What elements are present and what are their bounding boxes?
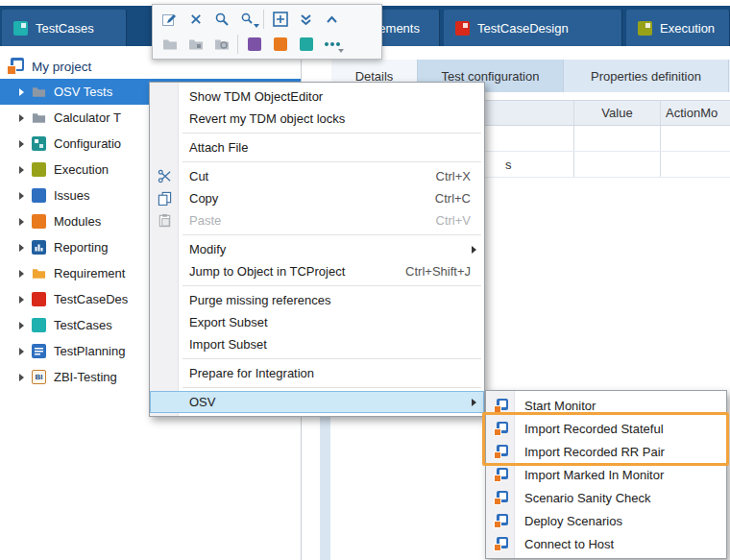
menu-item-show-tdm-objecteditor[interactable]: Show TDM ObjectEditor — [150, 85, 484, 108]
expander-icon[interactable] — [19, 374, 24, 381]
double-chevron-down-icon — [299, 12, 313, 27]
testcases-icon — [32, 318, 46, 332]
osv-logo-icon — [494, 537, 508, 551]
edit-button[interactable] — [157, 8, 182, 31]
folder-button[interactable] — [157, 33, 182, 56]
menu-separator — [182, 133, 481, 134]
testcasedesign-icon — [32, 292, 46, 306]
tab-label: TestCases — [36, 21, 94, 36]
osv-logo-icon — [494, 422, 508, 436]
menu-item-attach-file[interactable]: Attach File — [150, 136, 484, 158]
submenu-item-import-recorded-rr-pair[interactable]: Import Recorded RR Pair — [486, 440, 726, 463]
toolbar-row-1 — [157, 7, 377, 32]
shortcut-label: Ctrl+V — [436, 213, 471, 228]
expander-icon[interactable] — [19, 218, 24, 226]
more-options-button[interactable] — [319, 33, 345, 56]
submenu-item-deploy-scenarios[interactable]: Deploy Scenarios — [486, 509, 726, 532]
tree-item-label: Configuratio — [54, 136, 121, 151]
search-button[interactable] — [208, 8, 234, 31]
header-value-column[interactable]: Value — [573, 101, 661, 125]
chevron-down-icon — [338, 49, 344, 53]
toolbar-separator — [237, 35, 238, 54]
delete-button[interactable] — [182, 8, 208, 31]
tree-item-label: Modules — [54, 214, 101, 229]
shortcut-label: Ctrl+C — [435, 191, 471, 206]
paste-icon — [157, 212, 173, 229]
menu-item-osv[interactable]: OSV — [150, 391, 484, 413]
menu-item-modify[interactable]: Modify — [150, 238, 484, 260]
menu-item-revert-tdm-locks[interactable]: Revert my TDM object locks — [150, 108, 484, 130]
folder-search-button[interactable] — [208, 33, 234, 56]
folder-objects-icon — [188, 37, 204, 52]
tree-item-label: OSV Tests — [54, 85, 112, 99]
search-icon — [214, 12, 230, 27]
tab-testcasedesign[interactable]: TestCaseDesign — [444, 10, 622, 46]
tree-item-label: Calculator T — [54, 110, 121, 125]
collapse-all-button[interactable] — [293, 8, 319, 31]
menu-item-paste[interactable]: Paste Ctrl+V — [150, 209, 484, 231]
menu-item-purge-missing-references[interactable]: Purge missing references — [150, 289, 484, 311]
menu-item-cut[interactable]: Cut Ctrl+X — [150, 165, 484, 187]
project-logo-icon — [7, 58, 24, 75]
add-object-button[interactable] — [267, 8, 293, 31]
folder-icon — [162, 37, 178, 52]
expander-icon[interactable] — [19, 140, 24, 148]
menu-separator — [182, 358, 481, 359]
tree-root-label: My project — [32, 60, 91, 74]
bi-badge-icon: BI — [32, 370, 46, 384]
tab-testcases[interactable]: TestCases — [2, 10, 127, 46]
submenu-arrow-icon — [472, 246, 476, 254]
tab-label: Properties definition — [591, 69, 701, 84]
tree-item-label: TestPlanning — [54, 344, 125, 358]
expand-up-button[interactable] — [319, 8, 345, 31]
folder-icon — [32, 110, 46, 125]
menu-item-import-subset[interactable]: Import Subset — [150, 333, 484, 355]
expander-icon[interactable] — [19, 114, 24, 122]
submenu-item-scenario-sanity-check[interactable]: Scenario Sanity Check — [486, 486, 726, 509]
expander-icon[interactable] — [19, 296, 24, 304]
header-actionmode-column[interactable]: ActionMo — [661, 101, 730, 125]
expander-icon[interactable] — [19, 166, 24, 174]
submenu-item-connect-to-host[interactable]: Connect to Host — [486, 532, 726, 555]
orange-object-button[interactable] — [267, 33, 293, 56]
tab-execution[interactable]: Execution — [626, 10, 730, 46]
menu-item-copy[interactable]: Copy Ctrl+C — [150, 187, 484, 209]
menu-item-export-subset[interactable]: Export Subset — [150, 311, 484, 333]
expander-icon[interactable] — [19, 270, 24, 278]
testcasedesign-icon — [455, 21, 470, 36]
execution-icon — [32, 162, 46, 177]
search-options-button[interactable] — [234, 8, 260, 31]
osv-logo-icon — [494, 399, 508, 413]
tree-item-label: TestCaseDes — [54, 292, 128, 306]
execution-icon — [638, 21, 652, 36]
tree-item-label: Requirement — [54, 266, 125, 280]
submenu-item-import-recorded-stateful[interactable]: Import Recorded Stateful — [486, 417, 726, 440]
expander-icon[interactable] — [19, 192, 24, 200]
pane-splitter[interactable] — [320, 413, 330, 560]
tab-properties-definition[interactable]: Properties definition — [564, 60, 729, 92]
expander-icon[interactable] — [19, 322, 24, 329]
testcases-icon — [13, 21, 28, 36]
context-menu: Show TDM ObjectEditor Revert my TDM obje… — [149, 82, 485, 417]
submenu-item-start-monitor[interactable]: Start Monitor — [486, 394, 726, 417]
menu-item-prepare-for-integration[interactable]: Prepare for Integration — [150, 362, 484, 384]
osv-submenu: Start Monitor Import Recorded Stateful I… — [485, 390, 727, 559]
requirements-folder-icon — [32, 266, 46, 280]
purple-object-icon — [248, 37, 261, 51]
expander-icon[interactable] — [19, 348, 24, 355]
tree-item-label: Reporting — [54, 240, 108, 255]
orange-object-icon — [274, 37, 287, 51]
edit-icon — [161, 12, 178, 28]
folder-objects-button[interactable] — [182, 33, 208, 56]
expander-icon[interactable] — [19, 88, 24, 96]
toolbar-separator — [263, 10, 264, 29]
purple-object-button[interactable] — [241, 33, 267, 56]
teal-object-button[interactable] — [293, 33, 319, 56]
submenu-arrow-icon — [472, 399, 476, 406]
osv-logo-icon — [494, 491, 508, 505]
menu-item-jump-to-object[interactable]: Jump to Object in TCProject Ctrl+Shift+J — [150, 260, 484, 282]
chevron-down-icon — [254, 24, 259, 28]
add-box-icon — [273, 12, 288, 27]
expander-icon[interactable] — [19, 244, 24, 252]
submenu-item-import-marked-in-monitor[interactable]: Import Marked In Monitor — [486, 463, 726, 486]
